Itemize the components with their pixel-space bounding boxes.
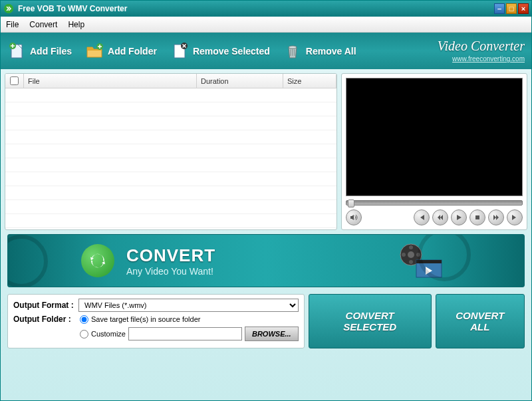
file-remove-icon — [170, 42, 189, 61]
col-size[interactable]: Size — [283, 74, 336, 88]
stop-button[interactable] — [469, 209, 485, 225]
output-folder-label: Output Folder : — [13, 315, 76, 324]
add-files-label: Add Files — [30, 46, 72, 57]
add-folder-button[interactable]: Add Folder — [85, 42, 157, 61]
volume-button[interactable] — [346, 209, 362, 225]
film-reel-icon — [7, 235, 48, 287]
minimize-button[interactable]: – — [494, 3, 505, 14]
maximize-button[interactable]: □ — [506, 3, 517, 14]
convert-all-button[interactable]: CONVERT ALL — [436, 294, 525, 348]
banner-subtitle: Any Video You Want! — [126, 266, 215, 277]
save-source-radio[interactable] — [80, 315, 88, 324]
svg-point-13 — [402, 253, 406, 257]
col-file[interactable]: File — [24, 74, 197, 88]
convert-banner: CONVERT Any Video You Want! — [7, 234, 525, 287]
col-duration[interactable]: Duration — [197, 74, 283, 88]
folder-add-icon — [85, 42, 104, 61]
remove-selected-label: Remove Selected — [193, 46, 270, 57]
close-button[interactable]: × — [518, 3, 529, 14]
menu-file[interactable]: File — [6, 20, 19, 29]
customize-radio[interactable] — [80, 330, 88, 338]
file-list-header: File Duration Size — [5, 74, 336, 88]
output-format-select[interactable]: WMV Files (*.wmv) — [78, 299, 299, 312]
output-format-label: Output Format : — [13, 301, 76, 310]
remove-selected-button[interactable]: Remove Selected — [170, 42, 270, 61]
add-folder-label: Add Folder — [108, 46, 157, 57]
banner-title: CONVERT — [126, 245, 215, 266]
menu-help[interactable]: Help — [68, 20, 84, 29]
title-bar: Free VOB To WMV Converter – □ × — [1, 1, 531, 17]
customize-label: Customize — [91, 330, 126, 338]
film-reel-icon — [418, 234, 471, 281]
svg-point-6 — [289, 46, 297, 49]
play-button[interactable] — [451, 209, 467, 225]
remove-all-button[interactable]: Remove All — [283, 42, 356, 61]
file-add-icon — [7, 42, 26, 61]
svg-point-9 — [408, 251, 414, 258]
remove-all-label: Remove All — [306, 46, 356, 57]
brand-title: Video Converter — [438, 39, 525, 54]
select-all-checkbox[interactable] — [10, 76, 19, 85]
forward-button[interactable] — [488, 209, 504, 225]
preview-screen — [346, 78, 523, 196]
brand-block: Video Converter www.freeconverting.com — [438, 39, 525, 63]
convert-circle-icon — [81, 244, 114, 277]
skip-start-button[interactable] — [414, 209, 430, 225]
browse-button[interactable]: BROWSE... — [245, 327, 299, 341]
output-settings-panel: Output Format : WMV Files (*.wmv) Output… — [7, 294, 305, 348]
rewind-button[interactable] — [432, 209, 448, 225]
trash-icon — [283, 42, 302, 61]
file-list-body[interactable] — [5, 88, 336, 228]
brand-url-link[interactable]: www.freeconverting.com — [452, 55, 525, 63]
add-files-button[interactable]: Add Files — [7, 42, 72, 61]
customize-path-input[interactable] — [128, 327, 242, 340]
preview-panel — [341, 73, 527, 230]
toolbar: Add Files Add Folder Remove Selected Rem… — [1, 33, 531, 69]
svg-point-12 — [409, 260, 413, 264]
save-source-label: Save target file(s) in source folder — [91, 315, 200, 323]
menu-bar: File Convert Help — [1, 17, 531, 33]
file-list-panel: File Duration Size — [5, 73, 337, 230]
window-title: Free VOB To WMV Converter — [18, 4, 494, 13]
convert-selected-button[interactable]: CONVERT SELECTED — [309, 294, 432, 348]
svg-rect-7 — [475, 215, 479, 219]
skip-end-button[interactable] — [507, 209, 523, 225]
seek-slider[interactable] — [346, 200, 523, 205]
menu-convert[interactable]: Convert — [29, 20, 57, 29]
svg-point-10 — [409, 245, 413, 249]
app-logo-icon — [3, 3, 14, 14]
